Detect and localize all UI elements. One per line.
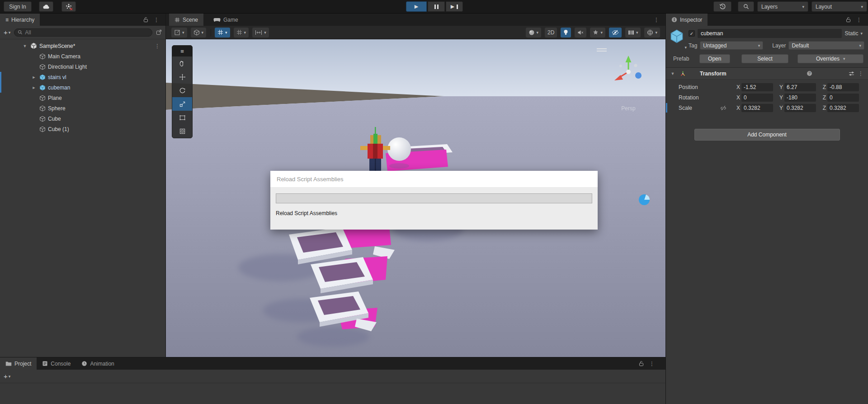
2d-toggle-button[interactable]: 2D [545, 28, 557, 38]
rotation-y-field[interactable]: -180 [784, 94, 816, 102]
svg-text:×: × [70, 6, 73, 10]
camera-settings-dropdown[interactable]: ▾ [625, 28, 641, 38]
prefab-open-button[interactable]: Open [699, 54, 730, 63]
undo-history-button[interactable] [713, 1, 731, 12]
tab-hierarchy[interactable]: ≡ Hierarchy [0, 14, 40, 26]
kebab-menu-icon[interactable]: ⋮ [654, 17, 659, 23]
overlay-handle[interactable]: ≡ [172, 46, 192, 56]
create-object-button[interactable]: + ▾ [4, 28, 10, 36]
prefab-select-button[interactable]: Select [741, 54, 789, 63]
hierarchy-row[interactable]: Directional Light [0, 61, 165, 72]
effects-star-icon [593, 29, 599, 35]
position-x-field[interactable]: -1.52 [741, 83, 773, 91]
rotate-tool-button[interactable] [172, 84, 192, 97]
scale-tool-button[interactable] [172, 97, 192, 111]
tab-inspector[interactable]: Inspector [666, 14, 708, 26]
active-checkbox[interactable]: ✓ [689, 30, 695, 37]
perspective-label[interactable]: Persp [610, 105, 646, 112]
disclosure-open-icon[interactable]: ▼ [22, 44, 28, 48]
unity-editor-window: Sign In × ▶ ▶ [0, 0, 868, 404]
scale-x-field[interactable]: 0.3282 [741, 104, 773, 112]
audio-toggle-button[interactable] [575, 28, 586, 38]
transform-tool-button[interactable] [172, 124, 192, 138]
hierarchy-row-prefab[interactable]: ► stairs vl [0, 72, 165, 82]
grid-visibility-button[interactable]: ▾ [215, 28, 230, 38]
position-y-field[interactable]: 6.27 [784, 83, 816, 91]
pause-button[interactable] [428, 1, 445, 12]
overlay-collapsed-icon[interactable] [597, 48, 607, 53]
pivot-dropdown[interactable]: ▾ [191, 28, 207, 38]
kebab-menu-icon[interactable]: ⋮ [856, 17, 862, 23]
gamepad-icon [213, 18, 221, 22]
snap-move-dropdown[interactable]: ▾ [252, 28, 269, 38]
hierarchy-row-scene[interactable]: ▼ SampleScene* ⋮ [0, 41, 165, 51]
hierarchy-search-input[interactable]: All [14, 28, 152, 37]
lock-icon[interactable] [143, 17, 148, 23]
sign-in-button[interactable]: Sign In [4, 1, 32, 12]
shading-mode-dropdown[interactable]: ▾ [526, 28, 542, 38]
layout-dropdown[interactable]: Layout ▾ [811, 1, 867, 12]
info-icon [671, 17, 677, 23]
services-button[interactable]: × [61, 1, 76, 12]
tool-settings-dropdown[interactable]: ▾ [171, 28, 187, 38]
position-z-field[interactable]: -0.88 [827, 83, 859, 91]
hierarchy-row[interactable]: Sphere [0, 103, 165, 113]
hierarchy-row-prefab[interactable]: ► cubeman [0, 82, 165, 93]
orientation-gizmo[interactable] [609, 53, 647, 91]
disclosure-open-icon[interactable]: ▼ [670, 71, 676, 76]
search-button[interactable] [738, 1, 754, 12]
tab-animation[interactable]: Animation [76, 357, 119, 370]
scene-visibility-button[interactable] [609, 28, 622, 38]
chevron-down-icon[interactable]: ▾ [225, 30, 227, 35]
add-component-button[interactable]: Add Component [694, 129, 840, 141]
gameobject-header: ▾ ✓ cubeman Static ▾ Tag Untagged ▾ [666, 26, 868, 50]
static-dropdown[interactable]: Static ▾ [844, 30, 864, 37]
expand-search-icon[interactable] [156, 29, 162, 35]
lighting-toggle-button[interactable] [561, 28, 571, 38]
disclosure-closed-icon[interactable]: ► [31, 85, 37, 90]
transform-component-header[interactable]: ▼ Transform ? ⋮ [666, 67, 868, 80]
lock-icon[interactable] [846, 17, 851, 23]
scale-z-field[interactable]: 0.3282 [827, 104, 859, 112]
layer-dropdown[interactable]: Default ▾ [788, 41, 864, 50]
hierarchy-row[interactable]: Cube (1) [0, 124, 165, 134]
layers-dropdown[interactable]: Layers ▾ [757, 1, 808, 12]
create-asset-button[interactable]: + ▾ [4, 372, 10, 380]
scale-y-field[interactable]: 0.3282 [784, 104, 816, 112]
move-tool-button[interactable] [172, 70, 192, 84]
snap-grid-dropdown[interactable]: ▾ [234, 28, 249, 38]
kebab-menu-icon[interactable]: ⋮ [649, 361, 655, 367]
cloud-button[interactable] [39, 1, 53, 12]
step-button[interactable]: ▶ [446, 1, 463, 12]
cube-icon [39, 95, 46, 101]
play-button[interactable]: ▶ [406, 1, 427, 12]
hand-tool-icon [179, 60, 186, 67]
prefab-overrides-dropdown[interactable]: Overrides ▾ [797, 54, 863, 63]
kebab-menu-icon[interactable]: ⋮ [155, 43, 165, 49]
hierarchy-row[interactable]: Main Camera [0, 51, 165, 61]
rotation-x-field[interactable]: 0 [741, 94, 773, 102]
hierarchy-row[interactable]: Plane [0, 93, 165, 103]
unlink-constraint-icon[interactable] [720, 105, 733, 111]
view-tool-button[interactable] [172, 56, 192, 70]
hierarchy-row[interactable]: Cube [0, 113, 165, 124]
tab-scene[interactable]: Scene [169, 14, 203, 26]
prefab-cube-icon[interactable]: ▾ [670, 29, 686, 50]
effects-dropdown[interactable]: ▾ [590, 28, 605, 38]
layer-label: Layer [772, 42, 786, 49]
tag-dropdown[interactable]: Untagged ▾ [700, 41, 763, 50]
presets-icon[interactable] [849, 71, 854, 76]
object-name-field[interactable]: cubeman [698, 29, 842, 38]
gizmos-dropdown[interactable]: ▾ [644, 28, 660, 38]
kebab-menu-icon[interactable]: ⋮ [858, 70, 863, 77]
tab-console[interactable]: Console [37, 357, 76, 370]
help-icon[interactable]: ? [807, 70, 812, 76]
lock-icon[interactable] [639, 361, 644, 366]
tab-project[interactable]: Project [0, 357, 37, 370]
kebab-menu-icon[interactable]: ⋮ [154, 17, 159, 23]
tab-game[interactable]: Game [208, 14, 244, 26]
rotation-z-field[interactable]: 0 [827, 94, 859, 102]
transform-fields: Position X -1.52 Y 6.27 Z -0.88 Rotation… [666, 80, 868, 117]
rect-tool-button[interactable] [172, 111, 192, 124]
disclosure-closed-icon[interactable]: ► [31, 75, 37, 80]
